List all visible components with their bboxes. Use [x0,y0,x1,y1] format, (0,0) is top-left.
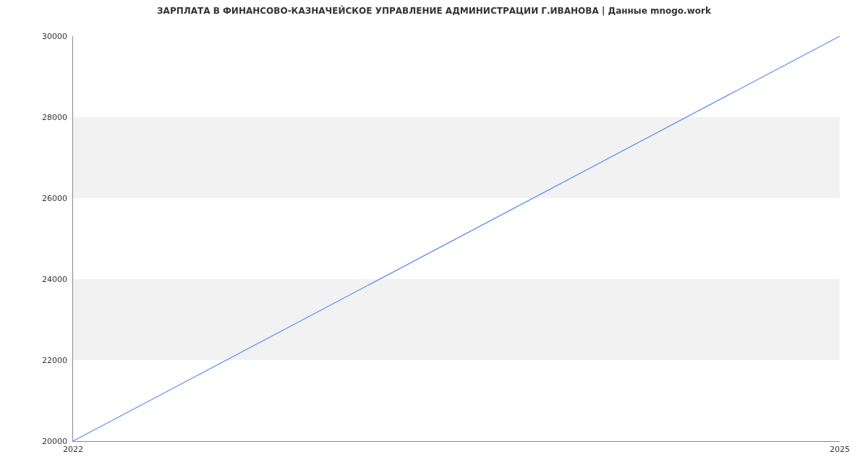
y-tick-label: 22000 [37,356,67,365]
y-tick-label: 28000 [37,113,67,122]
chart-container: ЗАРПЛАТА В ФИНАНСОВО-КАЗНАЧЕЙСКОЕ УПРАВЛ… [0,0,868,470]
x-tick-label: 2025 [830,445,850,454]
y-tick-label: 30000 [37,32,67,41]
chart-title: ЗАРПЛАТА В ФИНАНСОВО-КАЗНАЧЕЙСКОЕ УПРАВЛ… [0,6,868,16]
x-tick-label: 2022 [63,445,83,454]
y-tick-label: 26000 [37,194,67,203]
plot-area: 20000220002400026000280003000020222025 [72,36,840,442]
y-tick-label: 24000 [37,275,67,284]
data-line [73,36,840,441]
line-svg [73,36,840,441]
